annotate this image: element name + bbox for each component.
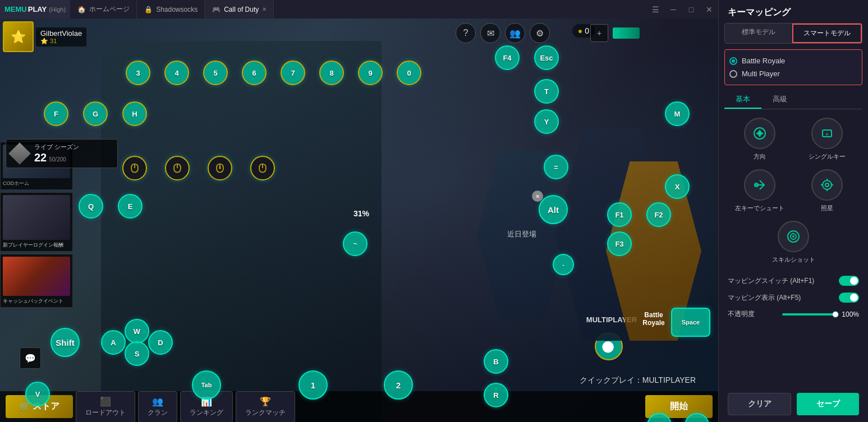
space-key[interactable]: Space	[671, 308, 710, 337]
e-key[interactable]: E	[118, 194, 143, 219]
opacity-control: 100%	[782, 310, 859, 318]
alt-close-btn[interactable]: ✕	[532, 191, 543, 202]
w-key[interactable]: W	[125, 319, 149, 344]
mouse-extra[interactable]	[250, 156, 275, 180]
settings-button[interactable]: ⚙	[530, 23, 550, 43]
sidebar-header: キーマッピング	[719, 0, 868, 23]
multi-player-option[interactable]: Multi Player	[729, 67, 857, 80]
battle-royale-radio[interactable]	[729, 57, 737, 65]
s-key[interactable]: S	[125, 341, 149, 366]
a-key[interactable]: A	[101, 330, 126, 355]
window-controls: ☰ ─ □ ✕	[646, 0, 718, 18]
chat-icon: 💬	[25, 353, 36, 364]
tab-shadowsocks[interactable]: 🔒 Shadowsocks	[137, 0, 205, 18]
f1-key[interactable]: F1	[607, 202, 632, 227]
key-9[interactable]: 9	[358, 61, 383, 85]
clan-button[interactable]: 👥 クラン	[138, 391, 177, 423]
standard-model-tab[interactable]: 標準モデル	[725, 24, 792, 43]
player-name: GilbertViolae	[40, 29, 82, 38]
key-6[interactable]: 6	[242, 61, 267, 85]
menu-button[interactable]: ☰	[646, 0, 664, 18]
tab-key[interactable]: Tab	[192, 370, 221, 400]
shoot-key-type[interactable]: 左キーでシュート	[730, 169, 789, 212]
add-button[interactable]: +	[590, 24, 608, 42]
x-key[interactable]: X	[665, 174, 690, 199]
opacity-slider[interactable]	[782, 313, 838, 316]
event-label: キャッシュバックイベント	[3, 298, 70, 305]
player-info: ⭐ GilbertViolae ⭐ 31	[3, 21, 86, 52]
g-key[interactable]: G	[83, 101, 108, 126]
mapping-display-label: マッピング表示 (Alt+F5)	[728, 293, 801, 303]
event-card[interactable]: キャッシュバックイベント	[0, 254, 73, 308]
battle-royale-option[interactable]: Battle Royale	[729, 54, 857, 67]
tilde-key[interactable]: ~	[343, 231, 368, 256]
sub-tabs: 基本 高級	[724, 91, 862, 109]
mail-button[interactable]: ✉	[480, 23, 500, 43]
clear-button[interactable]: クリア	[728, 393, 791, 415]
aim-key-type[interactable]: 照星	[798, 169, 857, 212]
friends-button[interactable]: 👥	[505, 23, 525, 43]
help-button[interactable]: ?	[456, 23, 476, 43]
direction-label: 方向	[754, 152, 766, 161]
key-3[interactable]: 3	[126, 61, 150, 85]
app-logo: MEMU PLAY (High)	[0, 0, 70, 18]
close-window-button[interactable]: ✕	[700, 0, 718, 18]
advanced-tab[interactable]: 高級	[761, 91, 798, 109]
key-7[interactable]: 7	[281, 61, 305, 85]
basic-tab[interactable]: 基本	[724, 91, 761, 109]
b-key[interactable]: B	[484, 349, 508, 374]
equals-key[interactable]: =	[544, 155, 568, 179]
ranked-match-button[interactable]: 🏆 ランクマッチ	[236, 391, 295, 423]
mapping-switch-toggle[interactable]	[839, 276, 859, 286]
key-2[interactable]: 2	[384, 370, 413, 400]
mouse-middle[interactable]	[208, 156, 232, 180]
mouse-right[interactable]	[165, 156, 190, 180]
player-login-card[interactable]: 新プレイヤーログイン報酬	[0, 192, 73, 252]
battle-royale-label: Battle Royale	[742, 57, 785, 65]
minus-key[interactable]: -	[553, 254, 574, 275]
minimize-button[interactable]: ─	[664, 0, 682, 18]
battery-bar	[613, 27, 640, 39]
mode-panels: 近日登場 MULTIPLAYER BattleRoyale	[477, 117, 701, 397]
key-8[interactable]: 8	[319, 61, 344, 85]
esc-key[interactable]: Esc	[534, 45, 559, 70]
f2-key[interactable]: F2	[646, 202, 671, 227]
m-key[interactable]: M	[665, 101, 690, 126]
tab-call-of-duty[interactable]: 🎮 Call of Duty ✕	[205, 0, 274, 18]
season-title: ライブ シーズン	[34, 143, 79, 151]
key-0[interactable]: 0	[397, 61, 421, 85]
f3-key[interactable]: F3	[607, 231, 632, 256]
progress-text: 31%	[353, 209, 369, 218]
alt-key[interactable]: Alt	[539, 195, 568, 224]
key-5[interactable]: 5	[203, 61, 228, 85]
mapping-switch-row: マッピングスイッチ (Alt+F1)	[719, 272, 868, 289]
mouse-left[interactable]	[122, 156, 147, 180]
svg-text:A: A	[826, 132, 829, 137]
tab-homepage[interactable]: 🏠 ホームページ	[70, 0, 137, 18]
mapping-display-toggle[interactable]	[839, 293, 859, 303]
direction-key-type[interactable]: 方向	[730, 118, 789, 161]
y-key[interactable]: Y	[534, 109, 559, 134]
chat-button[interactable]: 💬	[20, 347, 41, 369]
single-key-type[interactable]: A シングルキー	[798, 118, 857, 161]
f4-key[interactable]: F4	[495, 45, 520, 70]
shift-key[interactable]: Shift	[50, 328, 80, 357]
save-button[interactable]: セーブ	[797, 393, 859, 415]
skill-shot-key-type[interactable]: スキルショット	[730, 221, 857, 264]
d-key[interactable]: D	[148, 330, 173, 355]
maximize-button[interactable]: □	[682, 0, 700, 18]
close-tab-button[interactable]: ✕	[262, 6, 267, 12]
season-xp: 50/200	[49, 156, 66, 163]
q-key[interactable]: Q	[79, 194, 103, 219]
v-key[interactable]: V	[25, 382, 50, 406]
h-key[interactable]: H	[122, 101, 147, 126]
multi-player-radio[interactable]	[729, 70, 737, 78]
key-1[interactable]: 1	[298, 370, 328, 400]
r-key[interactable]: R	[484, 383, 508, 407]
key-4[interactable]: 4	[164, 61, 189, 85]
top-icons: ? ✉ 👥 ⚙	[456, 23, 550, 43]
t-key[interactable]: T	[534, 79, 559, 104]
loadout-button[interactable]: ⬛ ロードアウト	[76, 391, 135, 423]
f-key[interactable]: F	[44, 101, 68, 126]
smart-model-tab[interactable]: スマートモデル	[792, 24, 862, 43]
